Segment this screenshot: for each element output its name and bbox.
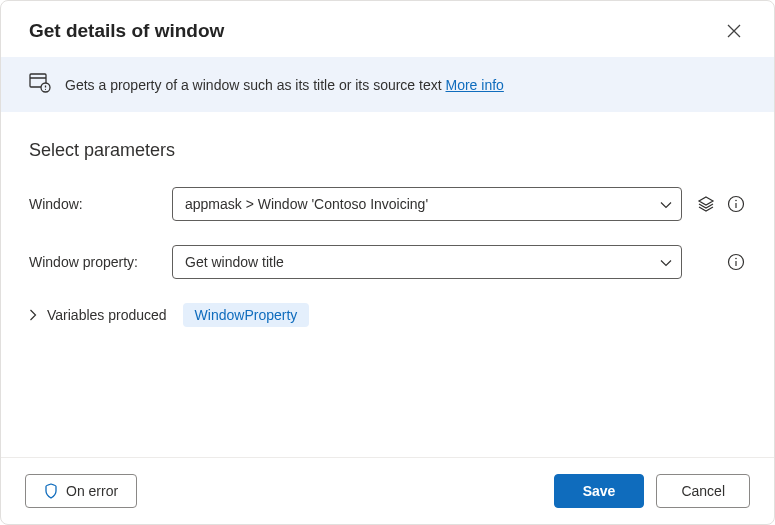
layers-icon — [697, 195, 715, 213]
window-property-label: Window property: — [29, 254, 162, 270]
info-button[interactable] — [726, 252, 746, 272]
variables-row: Variables produced WindowProperty — [29, 303, 746, 327]
info-icon — [727, 253, 745, 271]
banner-text: Gets a property of a window such as its … — [65, 77, 504, 93]
window-property-select[interactable]: Get window title — [172, 245, 682, 279]
window-row-actions — [696, 194, 746, 214]
info-icon — [727, 195, 745, 213]
dialog: Get details of window Gets a property of… — [0, 0, 775, 525]
svg-point-4 — [45, 89, 46, 90]
close-button[interactable] — [722, 19, 746, 43]
cancel-button[interactable]: Cancel — [656, 474, 750, 508]
footer-actions: Save Cancel — [554, 474, 750, 508]
info-banner: Gets a property of a window such as its … — [1, 57, 774, 112]
shield-icon — [44, 483, 58, 499]
save-button[interactable]: Save — [554, 474, 645, 508]
dialog-header: Get details of window — [1, 1, 774, 57]
window-property-row-actions — [696, 252, 746, 272]
window-property-value: Get window title — [172, 245, 682, 279]
window-info-icon — [29, 73, 51, 96]
variables-label: Variables produced — [47, 307, 167, 323]
banner-description: Gets a property of a window such as its … — [65, 77, 446, 93]
info-button[interactable] — [726, 194, 746, 214]
window-select[interactable]: appmask > Window 'Contoso Invoicing' — [172, 187, 682, 221]
window-label: Window: — [29, 196, 162, 212]
content-area: Select parameters Window: appmask > Wind… — [1, 112, 774, 457]
chevron-right-icon — [29, 309, 37, 321]
window-property-row: Window property: Get window title — [29, 245, 746, 279]
svg-point-7 — [735, 200, 737, 202]
dialog-footer: On error Save Cancel — [1, 457, 774, 524]
more-info-link[interactable]: More info — [446, 77, 504, 93]
close-icon — [727, 24, 741, 38]
variables-toggle[interactable] — [29, 309, 37, 321]
section-title: Select parameters — [29, 140, 746, 161]
svg-point-10 — [735, 258, 737, 260]
variable-chip[interactable]: WindowProperty — [183, 303, 310, 327]
window-row: Window: appmask > Window 'Contoso Invoic… — [29, 187, 746, 221]
window-select-value: appmask > Window 'Contoso Invoicing' — [172, 187, 682, 221]
on-error-label: On error — [66, 483, 118, 499]
on-error-button[interactable]: On error — [25, 474, 137, 508]
dialog-title: Get details of window — [29, 20, 224, 42]
layers-button[interactable] — [696, 194, 716, 214]
